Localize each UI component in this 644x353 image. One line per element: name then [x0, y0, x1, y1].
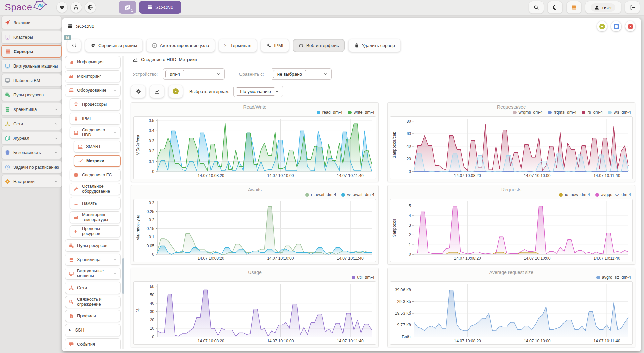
legend-item[interactable]: read dm-4 — [317, 110, 342, 115]
device-select[interactable]: dm-4 — [163, 68, 225, 80]
legend-item[interactable]: util dm-4 — [352, 275, 374, 280]
maximize-window-button[interactable] — [611, 21, 621, 31]
inner-sidebar-item-resource-limits[interactable]: Пределы ресурсов — [70, 225, 121, 237]
inner-sidebar-item-networks[interactable]: Сети — [65, 282, 121, 294]
legend-item[interactable]: write dm-4 — [348, 110, 374, 115]
legend-item[interactable]: avgqu sz dm-4 — [595, 192, 631, 197]
inner-sidebar-item-resource-pools[interactable]: Пулы ресурсов — [65, 239, 121, 252]
legend-item[interactable]: r await dm-4 — [305, 192, 336, 197]
inner-sidebar-scrollbar[interactable] — [122, 56, 124, 349]
sidebar-item-vm-templates[interactable]: Шаблоны ВМ — [1, 74, 62, 87]
sidebar-item-servers[interactable]: Серверы — [1, 45, 62, 58]
interval-select[interactable]: По умолчанию — [233, 86, 283, 97]
inner-sidebar-item-fc-info[interactable]: Сведения о FC — [70, 169, 121, 181]
legend-item[interactable]: rrqms dm-4 — [548, 110, 576, 115]
minimize-window-button[interactable] — [597, 21, 607, 31]
delete-server-button[interactable]: Удалить сервер — [348, 39, 401, 52]
sidebar-item-clusters[interactable]: Кластеры — [1, 31, 62, 43]
sidebar-item-label: Журнал — [13, 136, 29, 141]
inner-sidebar-item-temperature-monitoring[interactable]: Мониторинг температуры — [70, 211, 121, 223]
legend-item[interactable]: wrqms dm-4 — [513, 110, 543, 115]
search-button[interactable] — [529, 1, 544, 14]
pause-refresh-button[interactable] — [168, 85, 183, 98]
inner-sidebar-item-profiles[interactable]: Профили — [65, 310, 121, 322]
legend-item[interactable]: w await dm-4 — [341, 192, 374, 197]
current-server-tab[interactable]: SC-CN0 — [139, 1, 181, 14]
app-logo[interactable]: Space VM — [0, 0, 53, 15]
chart-bars-icon — [69, 59, 74, 65]
sidebar-item-networks[interactable]: Сети — [1, 117, 62, 130]
inner-sidebar-item-equipment[interactable]: Оборудование — [65, 84, 121, 96]
chart-settings-button[interactable] — [131, 85, 146, 98]
server-toolbar: Сервисный режимАвтотестирование узла>_Те… — [67, 38, 636, 53]
legend-item[interactable]: io now dm-4 — [559, 192, 590, 197]
inner-sidebar-item-smart[interactable]: SMART — [74, 141, 121, 153]
inner-sidebar-item-connectivity-fencing[interactable]: Связность и ограждение — [65, 296, 121, 308]
book-icon — [571, 5, 577, 10]
sidebar-item-journal[interactable]: Журнал — [1, 132, 62, 144]
sidebar-item-security[interactable]: Безопасность — [1, 146, 62, 159]
inner-sidebar-item-memory[interactable]: Память — [70, 197, 121, 209]
compare-select[interactable]: не выбрано — [271, 68, 332, 80]
device-selectors-row: Устройство: dm-4 Сравнить с: не выбрано — [128, 63, 637, 80]
scrollbar-thumb[interactable] — [122, 258, 124, 294]
inner-sidebar-item-ipmi[interactable]: IPMI — [70, 113, 121, 125]
inner-sidebar-item-label: Процессоры — [82, 102, 107, 107]
logout-button[interactable] — [625, 1, 640, 14]
legend-item[interactable]: avgrq sz dm-4 — [596, 275, 631, 280]
sidebar-item-locations[interactable]: Локации — [1, 16, 62, 29]
node-autotest-button[interactable]: Автотестирование узла — [146, 39, 215, 52]
chart-canvas-requests-sec: 02040608014.07 10:08:2014.07 10:10:0014.… — [390, 117, 632, 179]
legend-item[interactable]: ws dm-4 — [608, 110, 631, 115]
legend-item[interactable]: rs dm-4 — [582, 110, 603, 115]
sidebar-item-scheduled-tasks[interactable]: Задачи по расписанию — [1, 161, 62, 173]
network-map-button[interactable] — [85, 2, 96, 13]
gear-icon — [5, 179, 10, 184]
inner-sidebar-item-events[interactable]: События — [65, 338, 121, 349]
inner-sidebar-item-hdd-info[interactable]: Сведения о HDD — [70, 127, 121, 139]
open-windows-button[interactable]: 1 — [119, 1, 136, 14]
server-icon — [5, 49, 11, 54]
sidebar-item-resource-pools[interactable]: Пулы ресурсов — [1, 88, 62, 101]
terminal-button[interactable]: >_Терминал — [219, 39, 257, 52]
x-tick-label: 14.07 10:10:00 — [524, 256, 550, 261]
y-tick-label: 29.3 Кб — [397, 299, 411, 304]
documentation-button[interactable] — [566, 1, 582, 14]
inner-sidebar-item-other-equipment[interactable]: Остальное оборудование — [70, 183, 121, 195]
inner-sidebar-item-processors[interactable]: Процессоры — [70, 98, 121, 111]
inner-sidebar-item-storages[interactable]: Хранилища — [65, 254, 121, 266]
user-icon — [594, 5, 600, 10]
ipmi-button[interactable]: IPMI — [261, 39, 289, 52]
clock-icon — [5, 164, 10, 170]
sidebar-item-virtual-machines[interactable]: Виртуальные машины — [1, 59, 62, 72]
inner-sidebar-item-ssh[interactable]: >_SSH — [65, 324, 121, 336]
dark-mode-button[interactable] — [547, 1, 563, 14]
sidebar-item-storages[interactable]: Хранилища — [1, 103, 62, 116]
chart-area-icon — [69, 74, 74, 79]
moon-icon — [552, 5, 558, 10]
refresh-button[interactable] — [67, 39, 81, 52]
legend-dot-icon — [513, 111, 517, 114]
close-window-button[interactable] — [625, 21, 635, 31]
inner-sidebar-item-virtual-machines[interactable]: Виртуальные машины — [65, 268, 121, 280]
inner-sidebar-item-label: Оборудование — [77, 88, 106, 93]
chart-canvas-requests: 01234514.07 10:08:2014.07 10:10:0014.07 … — [390, 199, 632, 262]
service-mode-button[interactable]: Сервисный режим — [85, 39, 143, 52]
y-tick-label: 0.1 — [149, 159, 154, 164]
y-tick-label: 10 — [150, 326, 155, 331]
inner-sidebar-item-information[interactable]: Информация — [65, 56, 121, 68]
inner-sidebar-item-monitoring[interactable]: Мониторинг — [65, 70, 121, 82]
sidebar-item-settings[interactable]: Настройки — [1, 175, 62, 188]
server-sections-sidebar: ИнформацияМониторингОборудованиеПроцессо… — [65, 56, 121, 349]
web-interface-button[interactable]: Веб-интерфейс — [293, 39, 345, 52]
inner-sidebar-item-metrics[interactable]: Метрики — [74, 155, 121, 167]
user-menu-button[interactable]: user — [585, 1, 621, 14]
chart-type-button[interactable] — [150, 85, 164, 98]
compare-label: Сравнить с: — [239, 72, 264, 77]
legend-label: rrqms dm-4 — [554, 110, 576, 115]
toolbar-button-label: Сервисный режим — [98, 43, 137, 48]
health-status-button[interactable] — [56, 2, 68, 13]
y-axis-label: Запросов — [392, 218, 397, 237]
topology-button[interactable] — [70, 2, 82, 13]
chart-legend: io now dm-4avgqu sz dm-4 — [559, 192, 631, 197]
